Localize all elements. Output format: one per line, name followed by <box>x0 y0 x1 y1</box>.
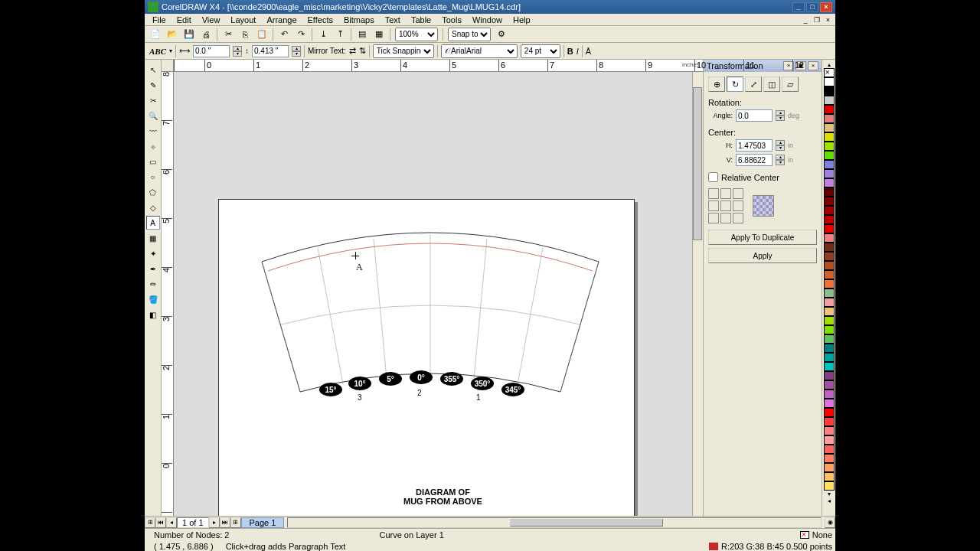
color-swatch[interactable] <box>824 481 835 491</box>
x-offset-input[interactable] <box>193 45 230 57</box>
next-page-icon[interactable]: ▸ <box>209 517 220 528</box>
text-orientation-icon[interactable]: ABC <box>149 47 166 56</box>
menu-window[interactable]: Window <box>468 15 507 24</box>
color-swatch[interactable] <box>824 353 835 362</box>
menu-help[interactable]: Help <box>508 15 535 24</box>
minimize-button[interactable]: _ <box>792 2 805 12</box>
menu-text[interactable]: Text <box>381 15 405 24</box>
font-size-select[interactable]: 24 pt <box>521 44 560 58</box>
color-swatch[interactable] <box>824 261 835 270</box>
snapto-select[interactable]: Snap to <box>448 28 491 41</box>
color-swatch[interactable] <box>824 187 835 197</box>
skew-tab-icon[interactable]: ▱ <box>782 77 799 92</box>
color-swatch[interactable] <box>824 435 835 445</box>
color-swatch[interactable] <box>824 417 835 426</box>
launch-icon[interactable]: ▤ <box>356 28 368 41</box>
color-swatch[interactable] <box>824 197 835 206</box>
color-swatch[interactable] <box>824 472 835 481</box>
interactive-fill-tool-icon[interactable]: ◧ <box>146 308 160 321</box>
color-swatch[interactable] <box>824 279 835 289</box>
color-swatch[interactable] <box>824 86 835 96</box>
tick-snapping-select[interactable]: Tick Snapping <box>373 44 434 58</box>
color-swatch[interactable] <box>824 233 835 243</box>
position-tab-icon[interactable]: ⊕ <box>708 77 725 92</box>
vertical-ruler[interactable]: 876543210 <box>162 72 174 516</box>
color-swatch[interactable] <box>824 463 835 472</box>
paste-icon[interactable]: 📋 <box>256 28 268 41</box>
zoom-select[interactable]: 100% <box>395 28 438 41</box>
menu-file[interactable]: File <box>148 15 171 24</box>
shape-tool-icon[interactable]: ✎ <box>146 78 160 92</box>
menu-table[interactable]: Table <box>407 15 436 24</box>
color-swatch[interactable] <box>824 390 835 399</box>
doc-minimize-button[interactable]: _ <box>802 16 810 24</box>
freehand-tool-icon[interactable]: 〰 <box>146 124 160 138</box>
eyedropper-tool-icon[interactable]: ✒ <box>146 262 160 276</box>
doc-restore-button[interactable]: ❐ <box>812 16 822 24</box>
color-swatch[interactable] <box>824 224 835 233</box>
ruler-origin[interactable] <box>162 60 174 72</box>
color-swatch[interactable] <box>824 270 835 279</box>
relative-center-checkbox[interactable] <box>708 172 718 182</box>
scale-tab-icon[interactable]: ⤢ <box>745 77 762 92</box>
rectangle-tool-icon[interactable]: ▭ <box>146 155 160 168</box>
color-swatch[interactable] <box>824 445 835 454</box>
smart-tool-icon[interactable]: ⟐ <box>146 139 160 153</box>
font-select[interactable]: 𝒪 ArialArial <box>441 44 518 58</box>
menu-layout[interactable]: Layout <box>226 15 260 24</box>
horizontal-ruler[interactable]: 0123456789101112 <box>174 60 703 72</box>
rotate-tab-icon[interactable]: ↻ <box>727 77 743 92</box>
color-swatch[interactable] <box>824 426 835 435</box>
size-tab-icon[interactable]: ◫ <box>763 77 780 92</box>
color-swatch[interactable] <box>824 252 835 261</box>
color-swatch[interactable] <box>824 399 835 408</box>
menu-tools[interactable]: Tools <box>437 15 466 24</box>
page-add-after-icon[interactable]: ⊞ <box>230 517 241 528</box>
last-page-icon[interactable]: ⏭ <box>220 517 230 528</box>
copy-icon[interactable]: ⎘ <box>239 28 251 41</box>
first-page-icon[interactable]: ⏮ <box>155 517 166 528</box>
center-h-input[interactable] <box>736 139 773 152</box>
char-format-icon[interactable]: Ā <box>586 47 591 56</box>
color-swatch[interactable] <box>824 96 835 105</box>
undo-icon[interactable]: ↶ <box>278 28 290 41</box>
page-tab[interactable]: Page 1 <box>241 517 285 528</box>
palette-expand-icon[interactable]: ◂ <box>828 497 831 504</box>
anchor-point-grid[interactable] <box>708 188 743 223</box>
y-offset-input[interactable] <box>252 45 289 57</box>
color-swatch[interactable] <box>824 169 835 178</box>
page-add-icon[interactable]: ⊞ <box>145 517 155 528</box>
text-tool-icon[interactable]: A <box>146 216 160 230</box>
color-swatch[interactable] <box>824 151 835 160</box>
color-swatch[interactable] <box>824 371 835 380</box>
canvas[interactable]: A 15° 10° 5° 0° 355° 350° 345° 3 2 1 DIA… <box>174 72 703 516</box>
color-swatch[interactable] <box>824 344 835 353</box>
welcome-icon[interactable]: ▦ <box>373 28 385 41</box>
doc-close-button[interactable]: × <box>824 16 832 24</box>
menu-bitmaps[interactable]: Bitmaps <box>339 15 379 24</box>
color-swatch[interactable] <box>824 123 835 132</box>
palette-scroll-down-icon[interactable]: ▾ <box>828 491 831 497</box>
vertical-scrollbar[interactable] <box>692 72 703 516</box>
mirror-h-icon[interactable]: ⇄ <box>349 46 356 56</box>
color-swatch[interactable] <box>824 408 835 417</box>
export-icon[interactable]: ⤒ <box>334 28 346 41</box>
color-swatch[interactable] <box>824 114 835 123</box>
italic-icon[interactable]: I <box>577 47 579 56</box>
crop-tool-icon[interactable]: ✂ <box>146 93 160 107</box>
outline-tool-icon[interactable]: ✏ <box>146 277 160 291</box>
color-swatch[interactable] <box>824 380 835 390</box>
options-icon[interactable]: ⚙ <box>495 28 508 41</box>
navigator-icon[interactable]: ◉ <box>825 517 835 528</box>
menu-arrange[interactable]: Arrange <box>262 15 301 24</box>
cut-icon[interactable]: ✂ <box>222 28 234 41</box>
open-icon[interactable]: 📂 <box>166 28 178 41</box>
color-swatch[interactable] <box>824 105 835 114</box>
bold-icon[interactable]: B <box>567 47 573 56</box>
color-swatch[interactable] <box>824 160 835 169</box>
color-swatch[interactable] <box>824 298 835 307</box>
menu-effects[interactable]: Effects <box>303 15 338 24</box>
color-swatch[interactable] <box>824 289 835 298</box>
import-icon[interactable]: ⤓ <box>317 28 329 41</box>
zoom-tool-icon[interactable]: 🔍 <box>146 109 160 122</box>
